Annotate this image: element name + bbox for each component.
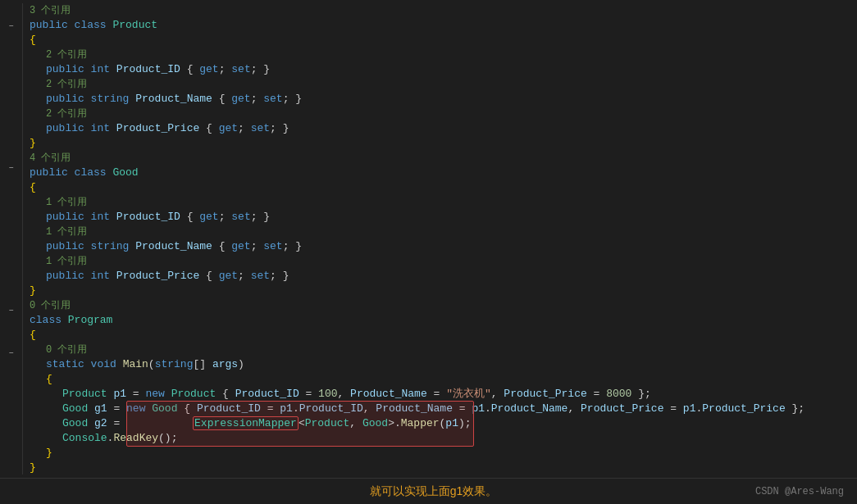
- punct-45: ();: [158, 431, 177, 446]
- type-good-1: Good: [62, 402, 94, 416]
- punct-18: ; }: [270, 269, 289, 284]
- var-g1: g1: [94, 402, 107, 416]
- collapse-icon-4[interactable]: −: [6, 347, 17, 361]
- open-brace-3: {: [30, 328, 36, 343]
- line-ref2a: 2 个引用: [30, 48, 857, 62]
- open-brace-4: {: [46, 372, 52, 387]
- type-arg-product: Product: [305, 417, 350, 429]
- line-open-brace-2: {: [30, 180, 857, 195]
- punct-26: =: [427, 387, 446, 402]
- kw-static: static: [46, 357, 91, 372]
- kw-set-5: set: [263, 239, 282, 254]
- collapse-icon-1[interactable]: −: [6, 19, 17, 33]
- punct-14: ;: [251, 239, 264, 254]
- prop-good-product-id: Product_ID: [116, 210, 187, 225]
- kw-int-2: int: [91, 121, 116, 136]
- punct-8: ;: [238, 121, 251, 136]
- var-p1: p1: [113, 387, 126, 402]
- line-ref2c: 2 个引用: [30, 107, 857, 121]
- ref-count-2b: 2 个引用: [46, 77, 87, 92]
- punct-angle2: >.: [388, 417, 401, 429]
- line-product-price: public int Product_Price { get; set; }: [30, 121, 857, 136]
- line-open-brace-1: {: [30, 33, 857, 48]
- punct-comma-generic: ,: [349, 417, 362, 429]
- footer-brand: CSDN @Ares-Wang: [755, 486, 844, 497]
- footer-message: 就可以实现上面g1效果。: [112, 484, 755, 499]
- prop-good-product-price: Product_Price: [116, 269, 206, 284]
- kw-set-4: set: [231, 210, 250, 225]
- line-good-g2: Good g2 = ExpressionMapper<Product, Good…: [30, 416, 857, 431]
- kw-public: public: [30, 18, 75, 33]
- close-brace-1: }: [30, 136, 36, 151]
- method-readkey: ReadKey: [113, 431, 158, 446]
- kw-class-3: class: [30, 313, 68, 328]
- kw-get-2: get: [231, 92, 250, 107]
- punct-38: =: [663, 402, 682, 416]
- type-product-1: Product: [62, 387, 113, 402]
- prop-p1-id: Product_ID: [235, 387, 299, 402]
- ref-count-1b: 1 个引用: [46, 225, 87, 239]
- ref-count-2a: 2 个引用: [46, 48, 87, 62]
- punct-5: ;: [251, 92, 264, 107]
- punct-24: =: [299, 387, 318, 402]
- kw-public-6: public: [46, 239, 91, 254]
- punct-7: {: [206, 121, 219, 136]
- line-close-brace-6: }: [30, 461, 857, 474]
- var-p1-4: p1: [683, 402, 696, 416]
- collapse-icon-3[interactable]: −: [6, 304, 17, 318]
- punct-37: ,: [568, 402, 581, 416]
- prop-product-price: Product_Price: [116, 121, 206, 136]
- kw-get-6: get: [219, 269, 238, 284]
- prop-p1-price: Product_Price: [504, 387, 586, 402]
- line-ref1b: 1 个引用: [30, 225, 857, 239]
- punct-17: ;: [238, 269, 251, 284]
- kw-set-2: set: [263, 92, 282, 107]
- line-product-id: public int Product_ID { get; set; }: [30, 62, 857, 77]
- punct-41: =: [107, 416, 126, 431]
- open-brace-2: {: [30, 180, 36, 195]
- punct-15: ; }: [283, 239, 302, 254]
- punct-29: };: [631, 387, 650, 402]
- ref-count-1c: 1 个引用: [46, 254, 87, 269]
- prop-good-product-name: Product_Name: [135, 239, 218, 254]
- punct-36: .: [485, 402, 491, 416]
- punct-1: {: [187, 62, 200, 77]
- kw-get-3: get: [219, 121, 238, 136]
- prop-product-id: Product_ID: [116, 62, 187, 77]
- punct-28: =: [587, 387, 606, 402]
- kw-set-6: set: [251, 269, 270, 284]
- punct-11: ;: [219, 210, 232, 225]
- ref-count-1a: 1 个引用: [46, 195, 87, 210]
- ref-count-3: 3 个引用: [30, 3, 71, 18]
- class-name-product: Product: [112, 18, 157, 33]
- punct-12: ; }: [251, 210, 270, 225]
- var-g2: g2: [94, 416, 107, 431]
- type-good-3: Good: [62, 416, 94, 431]
- line-class-program: class Program: [30, 313, 857, 328]
- class-name-program: Program: [68, 313, 113, 328]
- line-good-product-id: public int Product_ID { get; set; }: [30, 210, 857, 225]
- kw-set-1: set: [231, 62, 250, 77]
- punct-23: {: [216, 387, 235, 402]
- line-product-name: public string Product_Name { get; set; }: [30, 92, 857, 107]
- punct-20: []: [193, 357, 212, 372]
- punct-16: {: [206, 269, 219, 284]
- kw-new-1: new: [145, 387, 171, 402]
- punct-13: {: [219, 239, 232, 254]
- kw-get-1: get: [199, 62, 218, 77]
- kw-string-1: string: [91, 92, 136, 107]
- var-p1-3: p1: [472, 402, 485, 416]
- open-brace-1: {: [30, 33, 36, 48]
- line-open-brace-3: {: [30, 328, 857, 343]
- prop-product-name: Product_Name: [135, 92, 218, 107]
- punct-43: );: [458, 417, 472, 429]
- kw-int-4: int: [91, 269, 116, 284]
- gutter: − − − −: [0, 3, 23, 474]
- num-100: 100: [318, 387, 337, 402]
- punct-19: (: [148, 357, 155, 372]
- kw-public-5: public: [46, 210, 91, 225]
- type-arg-good: Good: [362, 417, 388, 429]
- code-content: 3 个引用 public class Product { 2 个引用 publi…: [23, 3, 857, 474]
- line-product-p1: Product p1 = new Product { Product_ID = …: [30, 387, 857, 402]
- collapse-icon-2[interactable]: −: [6, 161, 17, 175]
